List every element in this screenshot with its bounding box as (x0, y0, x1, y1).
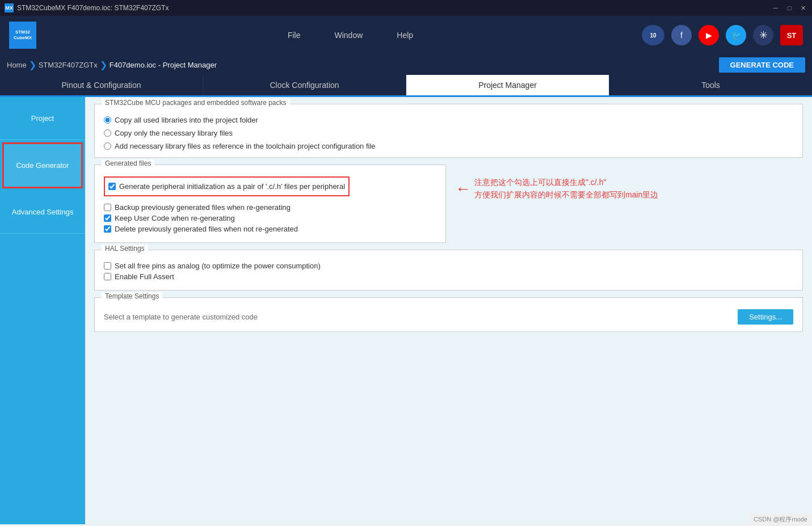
main-content: STM32Cube MCU packages and embedded soft… (85, 97, 812, 524)
checkbox-delete-prev[interactable]: Delete previously generated files when n… (104, 225, 436, 233)
checkbox-free-pins-label: Set all free pins as analog (to optimize… (115, 262, 321, 270)
checkbox-keep-user-code-label: Keep User Code when re-generating (115, 214, 235, 222)
facebook-icon[interactable]: f (671, 25, 692, 45)
icon-10th[interactable]: 10 (642, 25, 664, 45)
tab-pinout[interactable]: Pinout & Configuration (0, 75, 203, 95)
checkbox-keep-user-code-input[interactable] (104, 214, 111, 222)
settings-button[interactable]: Settings... (738, 309, 793, 325)
window-controls: ─ □ ✕ (771, 3, 807, 12)
generated-files-label: Generated files (102, 159, 154, 167)
watermark: CSDN @程序mode (749, 513, 812, 526)
tab-project-manager[interactable]: Project Manager (406, 75, 609, 95)
hal-settings-checkboxes: Set all free pins as analog (to optimize… (104, 262, 793, 281)
content-area: Project Code Generator Advanced Settings… (0, 97, 812, 524)
st-logo[interactable]: ST (780, 25, 803, 45)
close-button[interactable]: ✕ (798, 3, 807, 12)
window-title: STM32CubeMX F407demo.ioc: STM32F407ZGTx (17, 4, 771, 12)
toolbar: STM32CubeMX File Window Help 10 f ▶ 🐦 ✳ … (0, 16, 812, 54)
radio-add-reference-input[interactable] (104, 142, 111, 150)
maximize-button[interactable]: □ (785, 3, 794, 12)
radio-copy-necessary-label: Copy only the necessary library files (115, 129, 233, 137)
checkbox-backup[interactable]: Backup previously generated files when r… (104, 203, 436, 212)
generated-files-row: Generated files Generate peripheral init… (94, 165, 803, 250)
radio-copy-all-label: Copy all used libraries into the project… (115, 116, 258, 124)
checkbox-keep-user-code[interactable]: Keep User Code when re-generating (104, 214, 436, 222)
checkbox-peripheral-label: Generate peripheral initialization as a … (119, 182, 345, 191)
checkbox-full-assert-input[interactable] (104, 273, 111, 280)
checkbox-full-assert[interactable]: Enable Full Assert (104, 272, 793, 281)
social-icons: 10 f ▶ 🐦 ✳ ST (642, 25, 803, 45)
checkbox-highlight-row: Generate peripheral initialization as a … (104, 176, 350, 196)
template-settings-section: Template Settings Select a template to g… (94, 297, 803, 332)
template-settings-label: Template Settings (102, 292, 162, 300)
checkbox-free-pins-input[interactable] (104, 262, 111, 270)
minimize-button[interactable]: ─ (771, 3, 780, 12)
checkbox-peripheral-input[interactable] (108, 183, 116, 190)
breadcrumb-device[interactable]: STM32F407ZGTx (39, 61, 98, 69)
menu-help[interactable]: Help (397, 31, 413, 40)
checkbox-row-1-with-arrow: Generate peripheral initialization as a … (104, 176, 436, 199)
main-menu: File Window Help (59, 31, 642, 40)
sidebar-item-project[interactable]: Project (0, 97, 85, 140)
tab-clock[interactable]: Clock Configuration (203, 75, 406, 95)
template-settings-row: Select a template to generate customized… (104, 305, 793, 325)
breadcrumb-arrow-2: ❯ (100, 60, 107, 70)
checkbox-backup-input[interactable] (104, 204, 111, 211)
logo-area: STM32CubeMX (9, 22, 36, 49)
network-icon[interactable]: ✳ (753, 25, 773, 45)
sidebar-item-advanced[interactable]: Advanced Settings (0, 191, 85, 234)
mcu-packages-options: Copy all used libraries into the project… (104, 111, 793, 150)
checkbox-delete-prev-label: Delete previously generated files when n… (115, 225, 298, 233)
breadcrumb-home[interactable]: Home (7, 61, 27, 69)
title-bar: MX STM32CubeMX F407demo.ioc: STM32F407ZG… (0, 0, 812, 16)
checkbox-free-pins[interactable]: Set all free pins as analog (to optimize… (104, 262, 793, 270)
hal-settings-section: HAL Settings Set all free pins as analog… (94, 250, 803, 291)
breadcrumb-arrow-1: ❯ (29, 60, 36, 70)
checkbox-full-assert-label: Enable Full Assert (115, 272, 174, 281)
checkbox-backup-label: Backup previously generated files when r… (115, 203, 291, 212)
menu-file[interactable]: File (288, 31, 301, 40)
annotation-line1: 注意把这个勾选上可以直接生成".c/.h" (474, 176, 658, 188)
radio-copy-necessary[interactable]: Copy only the necessary library files (104, 129, 793, 137)
arrow-icon: ← (455, 180, 471, 198)
mcu-packages-label: STM32Cube MCU packages and embedded soft… (102, 99, 290, 107)
generated-files-checkboxes: Generate peripheral initialization as a … (104, 176, 436, 233)
app-logo: STM32CubeMX (9, 22, 36, 49)
template-desc: Select a template to generate customized… (104, 313, 731, 321)
twitter-icon[interactable]: 🐦 (726, 25, 746, 45)
tab-tools[interactable]: Tools (609, 75, 812, 95)
annotation-container: ← 注意把这个勾选上可以直接生成".c/.h" 方便我们扩展内容的时候不需要全部… (451, 176, 658, 201)
menu-window[interactable]: Window (334, 31, 363, 40)
annotation-line2: 方便我们扩展内容的时候不需要全部都写到main里边 (474, 188, 658, 201)
checkbox-peripheral[interactable]: Generate peripheral initialization as a … (108, 182, 345, 191)
mcu-packages-section: STM32Cube MCU packages and embedded soft… (94, 104, 803, 158)
main-tabs: Pinout & Configuration Clock Configurati… (0, 75, 812, 97)
breadcrumb-project[interactable]: F407demo.ioc - Project Manager (110, 61, 217, 69)
generated-files-section: Generated files Generate peripheral init… (94, 165, 446, 243)
app-icon: MX (5, 3, 14, 12)
hal-settings-label: HAL Settings (102, 245, 148, 253)
radio-add-reference[interactable]: Add necessary library files as reference… (104, 142, 793, 150)
youtube-icon[interactable]: ▶ (699, 25, 719, 45)
generate-code-button[interactable]: GENERATE CODE (719, 57, 805, 73)
breadcrumb-bar: Home ❯ STM32F407ZGTx ❯ F407demo.ioc - Pr… (0, 54, 812, 75)
sidebar-item-code-generator[interactable]: Code Generator (2, 142, 83, 188)
checkbox-delete-prev-input[interactable] (104, 225, 111, 233)
radio-copy-necessary-input[interactable] (104, 129, 111, 137)
radio-add-reference-label: Add necessary library files as reference… (115, 142, 376, 150)
annotation-text: 注意把这个勾选上可以直接生成".c/.h" 方便我们扩展内容的时候不需要全部都写… (474, 176, 658, 201)
radio-copy-all[interactable]: Copy all used libraries into the project… (104, 116, 793, 124)
sidebar: Project Code Generator Advanced Settings (0, 97, 85, 524)
radio-copy-all-input[interactable] (104, 116, 111, 124)
